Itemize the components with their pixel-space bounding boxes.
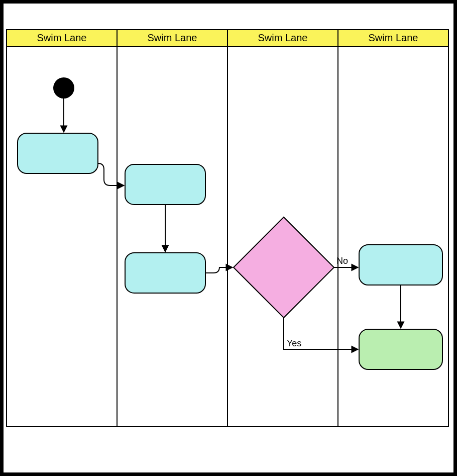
- start-node[interactable]: [53, 77, 74, 99]
- activity-2[interactable]: [125, 164, 205, 205]
- lane-2-label: Swim Lane: [148, 32, 197, 43]
- edge-label-yes: Yes: [287, 338, 301, 348]
- activity-1[interactable]: [18, 133, 98, 173]
- activity-3[interactable]: [125, 253, 205, 293]
- activity-4[interactable]: [359, 245, 442, 285]
- diagram-frame: Swim Lane Swim Lane Swim Lane Swim Lane …: [0, 0, 457, 476]
- lane-3-label: Swim Lane: [258, 32, 308, 43]
- edge-label-no: No: [336, 256, 348, 266]
- activity-5[interactable]: [359, 329, 442, 369]
- lane-1-label: Swim Lane: [37, 32, 87, 43]
- lane-4-label: Swim Lane: [369, 32, 418, 43]
- swimlane-diagram: Swim Lane Swim Lane Swim Lane Swim Lane …: [4, 4, 453, 472]
